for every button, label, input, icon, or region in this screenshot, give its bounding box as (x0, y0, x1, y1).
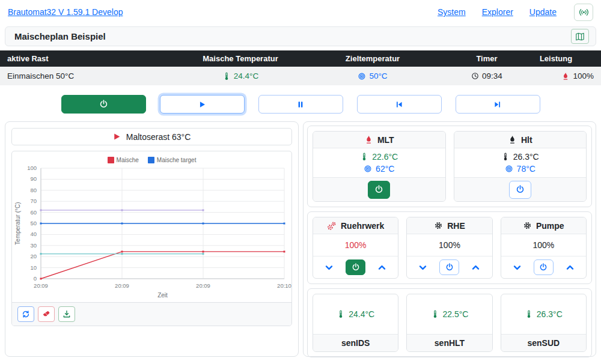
svg-text:Zeit: Zeit (157, 292, 168, 299)
chart-refresh-button[interactable] (17, 306, 34, 322)
sensor-card-sensud: 26.3°C senSUD (501, 294, 587, 352)
page-header: Maischeplan Beispiel (5, 26, 596, 46)
eraser-icon (42, 310, 50, 318)
actuator-name: Pumpe (536, 221, 564, 231)
refresh-icon (22, 310, 30, 318)
svg-text:20:09: 20:09 (34, 282, 48, 289)
nav-link-explorer[interactable]: Explorer (482, 7, 513, 17)
thermometer-icon (431, 310, 439, 318)
skip-end-icon (493, 100, 502, 109)
flame-icon (561, 72, 570, 80)
sensor-name: senSUD (501, 334, 586, 351)
svg-text:0: 0 (34, 275, 37, 282)
nav-link-update[interactable]: Update (529, 7, 557, 17)
sensor-card-senids: 24.4°C senIDS (313, 294, 398, 352)
increase-button[interactable] (565, 262, 575, 273)
vessel-power-button[interactable] (368, 181, 390, 199)
thermometer-icon (525, 310, 533, 318)
brand-link[interactable]: Brautomat32 V 1.59.1 Develop (8, 7, 123, 17)
svg-text:Temperatur (°C): Temperatur (°C) (14, 202, 21, 244)
sensor-name: senIDS (313, 334, 398, 351)
pause-icon (296, 100, 305, 109)
col-header-leistung: Leistung (511, 54, 601, 63)
thermometer-icon (360, 153, 368, 161)
actuator-card-rhe: RHE 100% (406, 217, 492, 279)
chart-clear-button[interactable] (38, 306, 55, 322)
timer-value: 09:34 (482, 71, 502, 80)
vessel-power-button[interactable] (509, 181, 531, 199)
svg-text:20:09: 20:09 (196, 282, 210, 289)
svg-text:60: 60 (30, 209, 37, 216)
svg-text:20:10: 20:10 (277, 282, 291, 289)
sensors-group: 24.4°C senIDS 22.5°C senHLT (307, 288, 592, 357)
broadcast-button[interactable] (574, 4, 593, 21)
status-table: aktive Rast Maische Temperatur Zieltempe… (0, 50, 601, 85)
legend-item[interactable]: Maische target (148, 157, 197, 163)
broadcast-icon (579, 7, 589, 17)
pause-button[interactable] (258, 95, 343, 114)
increase-button[interactable] (471, 262, 481, 273)
svg-text:10: 10 (30, 264, 37, 271)
sensor-name: senHLT (407, 334, 492, 351)
chart-toolbar (12, 302, 291, 326)
next-step: Maltoserast 63°C (11, 128, 292, 145)
svg-text:20: 20 (30, 253, 37, 259)
gears-icon (327, 221, 337, 231)
increase-button[interactable] (377, 262, 387, 273)
legend-item[interactable]: Maische (108, 157, 139, 163)
skip-end-button[interactable] (456, 95, 540, 114)
sensor-temp: 22.5°C (443, 309, 469, 319)
decrease-button[interactable] (418, 262, 428, 273)
play-button[interactable] (160, 95, 245, 114)
svg-text:40: 40 (30, 231, 37, 237)
decrease-button[interactable] (324, 262, 334, 273)
col-header-maische-temperatur: Maische Temperatur (198, 54, 282, 63)
actuator-power-button[interactable] (346, 259, 365, 275)
vessel-card-hlt: Hlt 26.3°C (454, 131, 587, 202)
actuator-card-ruehrwerk: Ruehrwerk 100% (313, 217, 398, 279)
actuator-power-button[interactable] (439, 259, 459, 275)
maische-temp-value: 24.4°C (234, 71, 258, 80)
thermometer-icon (501, 153, 510, 161)
mash-chart[interactable]: 010203040506070809010020:0920:0920:0920:… (13, 165, 291, 300)
target-icon (505, 165, 513, 173)
map-icon (575, 32, 585, 41)
gear-icon (434, 221, 443, 230)
sensor-card-senhlt: 22.5°C senHLT (406, 294, 492, 352)
decrease-button[interactable] (512, 262, 522, 273)
power-icon (539, 263, 548, 271)
skip-start-button[interactable] (357, 95, 442, 114)
transport-controls (0, 95, 601, 114)
chart-legend: MaischeMaische target (13, 156, 290, 165)
svg-text:50: 50 (30, 220, 37, 226)
leistung-value: 100% (573, 71, 594, 80)
svg-text:100: 100 (27, 165, 37, 171)
map-button[interactable] (571, 29, 589, 44)
chevron-up-icon (471, 263, 480, 272)
power-icon (99, 100, 108, 109)
svg-text:70: 70 (30, 198, 37, 204)
vessel-name: Hlt (521, 135, 532, 145)
chevron-down-icon (513, 263, 522, 272)
gear-icon (523, 221, 532, 230)
clock-icon (471, 72, 479, 80)
vessel-target: 78°C (517, 164, 535, 174)
chevron-down-icon (418, 263, 427, 272)
ziel-temp-value: 50°C (369, 71, 387, 80)
sensor-temp: 26.3°C (537, 309, 563, 319)
thermometer-icon (222, 72, 231, 80)
next-step-label: Maltoserast 63°C (126, 132, 191, 142)
target-icon (364, 165, 372, 173)
play-icon (198, 100, 206, 109)
flame-icon (508, 135, 517, 144)
actuator-value: 100% (501, 234, 586, 256)
svg-text:90: 90 (30, 175, 37, 182)
actuator-name: RHE (447, 221, 465, 231)
power-button[interactable] (61, 95, 146, 114)
navbar: Brautomat32 V 1.59.1 Develop System Expl… (0, 0, 601, 24)
chart-area[interactable]: MaischeMaische target 010203040506070809… (12, 151, 291, 302)
nav-link-system[interactable]: System (438, 7, 466, 17)
actuator-value: 100% (313, 234, 398, 256)
actuator-power-button[interactable] (534, 259, 554, 275)
chart-download-button[interactable] (58, 306, 75, 322)
